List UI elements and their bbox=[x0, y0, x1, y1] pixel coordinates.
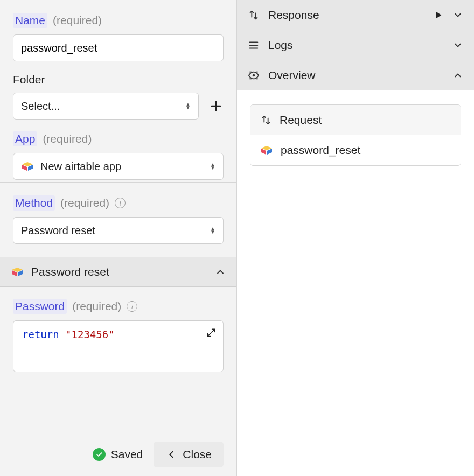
chevron-up-icon bbox=[215, 267, 226, 277]
chevron-down-icon bbox=[452, 10, 463, 20]
info-icon[interactable]: i bbox=[127, 301, 137, 312]
app-select[interactable]: New airtable app ▲▼ bbox=[13, 153, 224, 180]
add-folder-button[interactable] bbox=[208, 99, 224, 114]
password-code-input[interactable]: return "123456" bbox=[13, 320, 224, 372]
chevron-down-icon bbox=[452, 40, 463, 51]
chevron-up-icon bbox=[452, 70, 463, 81]
saved-status: Saved bbox=[93, 448, 143, 461]
expand-icon bbox=[206, 327, 217, 338]
method-label: Method (required) i bbox=[13, 195, 224, 211]
logs-section[interactable]: Logs bbox=[237, 30, 474, 60]
chevron-left-icon bbox=[165, 449, 177, 460]
folder-select[interactable]: Select... ▲▼ bbox=[13, 93, 199, 120]
request-item[interactable]: Request bbox=[250, 105, 461, 135]
check-icon bbox=[93, 448, 106, 461]
airtable-icon bbox=[11, 265, 24, 278]
transfer-icon bbox=[248, 9, 260, 21]
expand-button[interactable] bbox=[206, 327, 217, 340]
play-icon[interactable] bbox=[432, 9, 444, 21]
menu-icon bbox=[248, 39, 260, 51]
updown-icon: ▲▼ bbox=[185, 103, 191, 109]
airtable-icon bbox=[21, 160, 34, 173]
transfer-icon bbox=[260, 114, 272, 126]
close-button[interactable]: Close bbox=[154, 442, 224, 467]
overview-section[interactable]: Overview bbox=[237, 60, 474, 90]
plus-icon bbox=[210, 100, 222, 113]
response-section[interactable]: Response bbox=[237, 0, 474, 30]
updown-icon: ▲▼ bbox=[210, 163, 215, 170]
method-select[interactable]: Password reset ▲▼ bbox=[13, 217, 224, 244]
updown-icon: ▲▼ bbox=[210, 227, 215, 234]
airtable-icon bbox=[260, 144, 273, 157]
overview-list: Request password_reset bbox=[250, 104, 461, 166]
name-input[interactable] bbox=[13, 34, 224, 61]
svg-point-0 bbox=[253, 74, 255, 76]
password-reset-header[interactable]: Password reset bbox=[0, 257, 236, 287]
app-label: App (required) bbox=[13, 131, 224, 146]
password-label: Password (required) i bbox=[13, 299, 224, 314]
overview-icon bbox=[248, 69, 260, 81]
folder-label: Folder bbox=[13, 73, 224, 86]
name-label: Name (required) bbox=[13, 13, 224, 28]
info-icon[interactable]: i bbox=[115, 198, 126, 208]
resource-item[interactable]: password_reset bbox=[250, 135, 461, 165]
